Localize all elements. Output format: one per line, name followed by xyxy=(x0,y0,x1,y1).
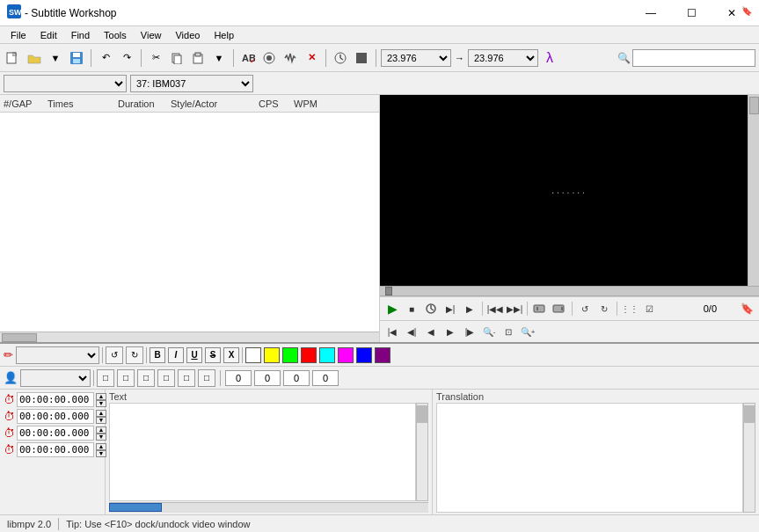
strikethrough-button[interactable]: S xyxy=(205,347,221,363)
col-header-style[interactable]: Style/Actor xyxy=(167,97,255,111)
bookmark-button[interactable]: 🔖 xyxy=(738,300,755,317)
play-arrow-btn[interactable]: ▶ xyxy=(461,300,478,317)
underline-button[interactable]: U xyxy=(186,347,202,363)
color-yellow[interactable] xyxy=(264,347,280,363)
loop-sub-button[interactable]: ↺ xyxy=(106,346,123,364)
pos-ml[interactable]: □ xyxy=(157,369,175,387)
copy-button[interactable] xyxy=(167,48,186,68)
delete-btn[interactable]: ✕ xyxy=(302,48,321,68)
zoom-out-button[interactable]: 🔍- xyxy=(480,323,498,340)
paste-arrow[interactable]: ▼ xyxy=(209,48,229,68)
open-button[interactable] xyxy=(25,48,44,68)
fps-dropdown-1[interactable]: 23.976 xyxy=(381,49,451,67)
undo-button[interactable]: ↶ xyxy=(96,48,115,68)
sub-start-button[interactable] xyxy=(531,300,549,317)
minimize-button[interactable]: — xyxy=(631,0,671,26)
horizontal-scrollbar[interactable] xyxy=(0,332,379,342)
maximize-button[interactable]: ☐ xyxy=(671,0,712,26)
video-timeline[interactable] xyxy=(380,286,759,296)
italic-button[interactable]: I xyxy=(168,347,184,363)
video-btn[interactable] xyxy=(259,48,279,68)
loop-sub-button2[interactable]: ↻ xyxy=(126,346,143,364)
prev-ms-button[interactable]: ◀ xyxy=(422,323,440,340)
prev-sub-button[interactable]: ◀| xyxy=(403,323,420,340)
zoom-in-button[interactable]: 🔍+ xyxy=(519,323,536,340)
translation-vscroll[interactable] xyxy=(743,403,755,513)
pos-tl[interactable]: □ xyxy=(97,369,114,387)
stop-video-button[interactable]: ■ xyxy=(403,300,420,317)
col-header-cps[interactable]: CPS xyxy=(255,97,290,111)
new-button[interactable] xyxy=(4,48,23,68)
translation-textarea[interactable] xyxy=(436,403,743,513)
menu-tools[interactable]: Tools xyxy=(97,28,134,42)
redo-button[interactable]: ↷ xyxy=(117,48,136,68)
paste-button[interactable] xyxy=(188,48,208,68)
subtitle-list[interactable] xyxy=(0,113,379,332)
loop1-button[interactable]: ↺ xyxy=(576,300,594,317)
menu-file[interactable]: File xyxy=(4,28,33,42)
actor-combo[interactable] xyxy=(20,369,91,387)
time-field-3[interactable] xyxy=(17,426,94,441)
clear-format-button[interactable]: X xyxy=(223,347,239,363)
encoding-combo-left[interactable] xyxy=(4,75,127,92)
time-field-1[interactable] xyxy=(17,392,94,407)
grid-button[interactable]: ⋮⋮ xyxy=(621,300,639,317)
time-field-2[interactable] xyxy=(17,409,94,424)
color-magenta[interactable] xyxy=(338,347,354,363)
col-header-duration[interactable]: Duration xyxy=(114,97,167,111)
play-selection-button[interactable]: ▶| xyxy=(442,300,459,317)
search-input[interactable] xyxy=(632,49,755,67)
col-header-num[interactable]: #/GAP xyxy=(0,97,44,111)
cut-button[interactable]: ✂ xyxy=(146,48,165,68)
text-hscroll[interactable] xyxy=(109,502,428,513)
menu-help[interactable]: Help xyxy=(207,28,241,42)
margin-v[interactable] xyxy=(283,370,310,386)
margin-l[interactable] xyxy=(225,370,252,386)
loop2-button[interactable]: ↻ xyxy=(595,300,613,317)
text-vscroll[interactable] xyxy=(416,403,428,501)
fps-dropdown-2[interactable]: 23.976 xyxy=(468,49,538,67)
translation-inner xyxy=(436,403,755,513)
time-field-4[interactable] xyxy=(17,442,94,457)
menu-edit[interactable]: Edit xyxy=(33,28,64,42)
menu-find[interactable]: Find xyxy=(64,28,97,42)
color-white[interactable] xyxy=(245,347,261,363)
margin-extra[interactable] xyxy=(312,370,339,386)
open-arrow[interactable]: ▼ xyxy=(46,48,65,68)
fx-button[interactable]: λ xyxy=(540,48,559,68)
check-button[interactable]: ☑ xyxy=(640,300,658,317)
skip-start-button[interactable]: |◀ xyxy=(383,323,401,340)
pos-mr[interactable]: □ xyxy=(198,369,215,387)
play-button[interactable]: ▶ xyxy=(383,300,401,317)
menu-view[interactable]: View xyxy=(134,28,169,42)
waveform-btn[interactable] xyxy=(281,48,300,68)
save-button[interactable] xyxy=(67,48,86,68)
pos-tc[interactable]: □ xyxy=(117,369,135,387)
pos-tr[interactable]: □ xyxy=(137,369,155,387)
color-cyan[interactable] xyxy=(319,347,335,363)
next-frame-button[interactable]: ▶▶| xyxy=(506,300,523,317)
margin-r[interactable] xyxy=(254,370,281,386)
next-ms-button[interactable]: |▶ xyxy=(461,323,478,340)
style-combo[interactable] xyxy=(16,346,99,364)
encoding-combo-right[interactable]: 37: IBM037 xyxy=(130,75,253,92)
video-vscrollbar[interactable] xyxy=(748,95,759,286)
loop-button[interactable] xyxy=(422,300,440,317)
color-purple[interactable] xyxy=(375,347,390,363)
sub-end-button[interactable] xyxy=(551,300,568,317)
play2-button[interactable]: ▶ xyxy=(442,323,459,340)
col-header-times[interactable]: Times xyxy=(44,97,114,111)
menu-video[interactable]: Video xyxy=(168,28,207,42)
spell-button[interactable]: AB✓ xyxy=(238,48,258,68)
zoom-reset-button[interactable]: ⊡ xyxy=(500,323,517,340)
pos-mc[interactable]: □ xyxy=(178,369,195,387)
color-red[interactable] xyxy=(301,347,317,363)
subtitle-textarea[interactable] xyxy=(109,403,416,501)
col-header-wpm[interactable]: WPM xyxy=(290,97,325,111)
color-green[interactable] xyxy=(282,347,298,363)
prev-frame-button[interactable]: |◀◀ xyxy=(486,300,504,317)
time-btn[interactable] xyxy=(331,48,350,68)
stop-btn[interactable] xyxy=(352,48,371,68)
bold-button[interactable]: B xyxy=(150,347,165,363)
color-blue[interactable] xyxy=(356,347,372,363)
